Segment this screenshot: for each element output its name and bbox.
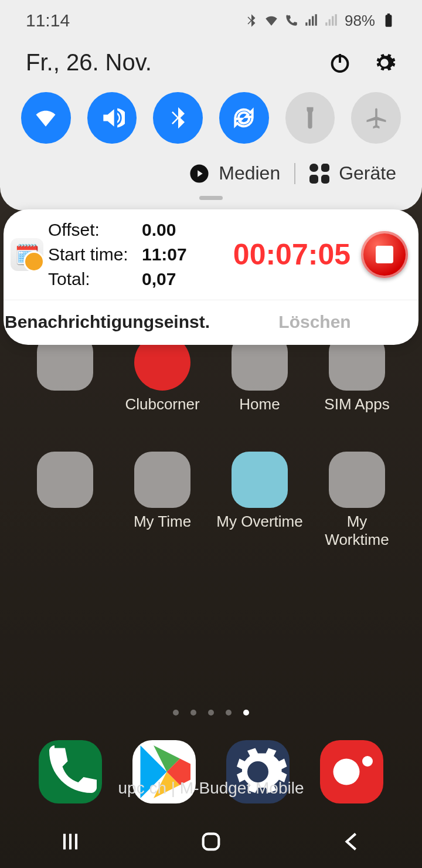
timer-info: Offset:0.00 Start time:11:07 Total:0,07 [48,218,187,291]
svg-rect-10 [203,834,219,850]
quick-settings-panel: 11:14 98% Fr., 26. Nov. [0,0,422,211]
wifi-calling-icon [284,13,299,28]
battery-percent: 98% [345,12,375,30]
app-cell[interactable] [21,334,109,413]
divider [294,163,295,184]
airplane-icon [363,105,389,131]
drag-handle[interactable] [199,196,223,200]
back-button[interactable] [340,830,363,853]
power-icon[interactable] [328,51,352,74]
wifi-toggle[interactable] [21,92,71,144]
bluetooth-toggle[interactable] [153,92,203,144]
devices-label: Geräte [339,162,396,184]
signal-icon [304,13,319,28]
notification-settings-button[interactable]: Benachrichtigungseinst. [4,312,211,332]
stop-button[interactable] [361,231,408,278]
svg-rect-2 [386,15,392,27]
status-time: 11:14 [26,11,70,30]
rotate-icon [231,105,257,131]
stop-icon [376,246,393,263]
sound-toggle[interactable] [87,92,137,144]
nav-bar [0,815,422,868]
app-cell[interactable]: Home [216,334,304,413]
flashlight-icon [297,105,323,131]
clear-button[interactable]: Löschen [211,312,418,332]
play-circle-icon [189,164,209,184]
flashlight-toggle[interactable] [285,92,335,144]
app-icon: 🗓️ [11,238,43,271]
qs-toggles [0,82,422,151]
wifi-icon [264,13,279,28]
media-label: Medien [219,162,280,184]
battery-icon [381,13,396,28]
app-cell[interactable] [21,452,109,549]
svg-rect-3 [387,13,390,15]
elapsed-time: 00:07:05 [233,238,350,272]
bluetooth-icon [165,105,191,131]
bluetooth-icon [244,13,259,28]
grid-icon [309,164,329,184]
gear-icon[interactable] [373,51,396,74]
devices-button[interactable]: Geräte [309,162,396,184]
airplane-toggle[interactable] [351,92,401,144]
qs-date[interactable]: Fr., 26. Nov. [26,49,152,76]
wifi-icon [33,105,59,131]
page-indicator [0,710,422,716]
app-cell[interactable]: My Time [118,452,206,549]
status-icons [244,13,339,28]
status-bar: 11:14 98% [0,0,422,35]
carrier-label: upc ch | M-Budget Mobile [0,779,422,798]
recents-button[interactable] [59,830,82,853]
app-cell[interactable]: SIM Apps [313,334,401,413]
signal-icon [324,13,339,28]
app-cell[interactable]: My Worktime [313,452,401,549]
notification-card[interactable]: 🗓️ Offset:0.00 Start time:11:07 Total:0,… [4,209,418,345]
volume-icon [99,105,125,131]
home-button[interactable] [199,830,223,853]
svg-point-1 [362,756,373,767]
app-cell[interactable]: Clubcorner [118,334,206,413]
app-cell[interactable]: My Overtime [216,452,304,549]
autorotate-toggle[interactable] [219,92,269,144]
media-button[interactable]: Medien [189,162,280,184]
